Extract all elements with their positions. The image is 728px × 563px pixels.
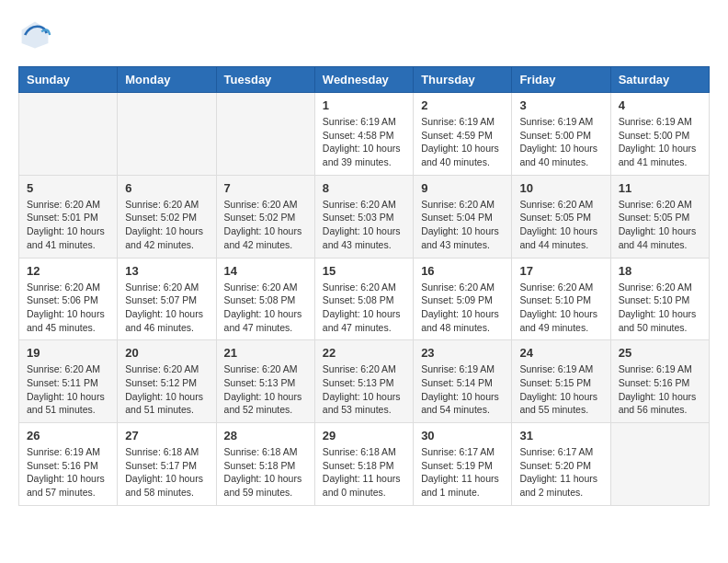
day-number: 14	[224, 264, 307, 278]
day-info: Sunrise: 6:20 AM Sunset: 5:13 PM Dayligh…	[224, 362, 307, 417]
day-info: Sunrise: 6:20 AM Sunset: 5:02 PM Dayligh…	[125, 198, 208, 252]
calendar-cell	[216, 93, 314, 176]
day-info: Sunrise: 6:20 AM Sunset: 5:05 PM Dayligh…	[619, 198, 701, 252]
day-number: 20	[125, 346, 208, 360]
calendar-cell: 30Sunrise: 6:17 AM Sunset: 5:19 PM Dayli…	[414, 423, 512, 506]
day-number: 7	[224, 181, 307, 195]
day-info: Sunrise: 6:19 AM Sunset: 4:59 PM Dayligh…	[421, 115, 504, 169]
day-number: 26	[27, 429, 109, 442]
calendar-week-1: 1Sunrise: 6:19 AM Sunset: 4:58 PM Daylig…	[19, 93, 710, 176]
day-header-tuesday: Tuesday	[216, 67, 314, 93]
day-number: 3	[519, 98, 602, 112]
calendar-cell: 19Sunrise: 6:20 AM Sunset: 5:11 PM Dayli…	[19, 340, 118, 423]
calendar-cell: 1Sunrise: 6:19 AM Sunset: 4:58 PM Daylig…	[314, 93, 413, 176]
calendar-cell: 8Sunrise: 6:20 AM Sunset: 5:03 PM Daylig…	[314, 175, 413, 258]
calendar-cell: 16Sunrise: 6:20 AM Sunset: 5:09 PM Dayli…	[414, 258, 512, 340]
logo	[18, 18, 55, 52]
day-header-friday: Friday	[512, 67, 610, 93]
day-info: Sunrise: 6:18 AM Sunset: 5:18 PM Dayligh…	[224, 445, 307, 500]
day-number: 4	[619, 98, 701, 112]
day-header-thursday: Thursday	[414, 67, 512, 93]
day-number: 1	[323, 98, 405, 112]
calendar-cell: 23Sunrise: 6:19 AM Sunset: 5:14 PM Dayli…	[414, 340, 512, 423]
day-info: Sunrise: 6:20 AM Sunset: 5:10 PM Dayligh…	[619, 281, 701, 335]
day-number: 24	[519, 346, 602, 360]
day-info: Sunrise: 6:20 AM Sunset: 5:07 PM Dayligh…	[125, 281, 208, 335]
day-info: Sunrise: 6:19 AM Sunset: 5:14 PM Dayligh…	[421, 362, 504, 417]
calendar-cell: 18Sunrise: 6:20 AM Sunset: 5:10 PM Dayli…	[610, 258, 709, 340]
calendar-cell: 14Sunrise: 6:20 AM Sunset: 5:08 PM Dayli…	[216, 258, 314, 340]
day-info: Sunrise: 6:20 AM Sunset: 5:02 PM Dayligh…	[224, 198, 307, 252]
day-number: 15	[323, 264, 405, 278]
calendar-week-4: 19Sunrise: 6:20 AM Sunset: 5:11 PM Dayli…	[19, 340, 710, 423]
day-header-monday: Monday	[118, 67, 216, 93]
calendar-cell: 27Sunrise: 6:18 AM Sunset: 5:17 PM Dayli…	[118, 423, 216, 506]
day-number: 17	[519, 264, 602, 278]
day-info: Sunrise: 6:20 AM Sunset: 5:08 PM Dayligh…	[323, 281, 405, 335]
page-header	[18, 18, 710, 52]
day-number: 9	[421, 181, 504, 195]
day-number: 18	[619, 264, 701, 278]
day-header-saturday: Saturday	[610, 67, 709, 93]
calendar-cell	[19, 93, 118, 176]
day-info: Sunrise: 6:20 AM Sunset: 5:01 PM Dayligh…	[27, 198, 109, 252]
day-info: Sunrise: 6:20 AM Sunset: 5:11 PM Dayligh…	[27, 362, 109, 417]
calendar-cell: 25Sunrise: 6:19 AM Sunset: 5:16 PM Dayli…	[610, 340, 709, 423]
calendar-cell: 31Sunrise: 6:17 AM Sunset: 5:20 PM Dayli…	[512, 423, 610, 506]
day-number: 21	[224, 346, 307, 360]
day-info: Sunrise: 6:20 AM Sunset: 5:06 PM Dayligh…	[27, 281, 109, 335]
calendar-cell: 10Sunrise: 6:20 AM Sunset: 5:05 PM Dayli…	[512, 175, 610, 258]
calendar-cell: 24Sunrise: 6:19 AM Sunset: 5:15 PM Dayli…	[512, 340, 610, 423]
calendar-cell	[610, 423, 709, 506]
calendar-table: SundayMondayTuesdayWednesdayThursdayFrid…	[18, 66, 710, 506]
calendar-cell: 26Sunrise: 6:19 AM Sunset: 5:16 PM Dayli…	[19, 423, 118, 506]
day-number: 6	[125, 181, 208, 195]
calendar-cell: 5Sunrise: 6:20 AM Sunset: 5:01 PM Daylig…	[19, 175, 118, 258]
calendar-cell: 11Sunrise: 6:20 AM Sunset: 5:05 PM Dayli…	[610, 175, 709, 258]
day-info: Sunrise: 6:20 AM Sunset: 5:04 PM Dayligh…	[421, 198, 504, 252]
day-number: 10	[519, 181, 602, 195]
day-info: Sunrise: 6:18 AM Sunset: 5:17 PM Dayligh…	[125, 445, 208, 500]
calendar-cell: 9Sunrise: 6:20 AM Sunset: 5:04 PM Daylig…	[414, 175, 512, 258]
day-number: 16	[421, 264, 504, 278]
day-info: Sunrise: 6:17 AM Sunset: 5:19 PM Dayligh…	[421, 445, 504, 500]
calendar-cell: 7Sunrise: 6:20 AM Sunset: 5:02 PM Daylig…	[216, 175, 314, 258]
day-info: Sunrise: 6:20 AM Sunset: 5:13 PM Dayligh…	[323, 362, 405, 417]
calendar-cell: 21Sunrise: 6:20 AM Sunset: 5:13 PM Dayli…	[216, 340, 314, 423]
day-info: Sunrise: 6:20 AM Sunset: 5:03 PM Dayligh…	[323, 198, 405, 252]
day-number: 11	[619, 181, 701, 195]
day-number: 2	[421, 98, 504, 112]
calendar-cell: 4Sunrise: 6:19 AM Sunset: 5:00 PM Daylig…	[610, 93, 709, 176]
day-info: Sunrise: 6:19 AM Sunset: 5:15 PM Dayligh…	[519, 362, 602, 417]
day-header-sunday: Sunday	[19, 67, 118, 93]
day-number: 22	[323, 346, 405, 360]
calendar-header-row: SundayMondayTuesdayWednesdayThursdayFrid…	[19, 67, 710, 93]
day-info: Sunrise: 6:19 AM Sunset: 5:00 PM Dayligh…	[519, 115, 602, 169]
calendar-cell: 29Sunrise: 6:18 AM Sunset: 5:18 PM Dayli…	[314, 423, 413, 506]
calendar-week-3: 12Sunrise: 6:20 AM Sunset: 5:06 PM Dayli…	[19, 258, 710, 340]
calendar-cell	[118, 93, 216, 176]
day-number: 29	[323, 429, 405, 442]
day-info: Sunrise: 6:19 AM Sunset: 5:16 PM Dayligh…	[619, 362, 701, 417]
day-info: Sunrise: 6:20 AM Sunset: 5:09 PM Dayligh…	[421, 281, 504, 335]
day-info: Sunrise: 6:20 AM Sunset: 5:08 PM Dayligh…	[224, 281, 307, 335]
calendar-cell: 12Sunrise: 6:20 AM Sunset: 5:06 PM Dayli…	[19, 258, 118, 340]
day-info: Sunrise: 6:18 AM Sunset: 5:18 PM Dayligh…	[323, 445, 405, 500]
calendar-week-5: 26Sunrise: 6:19 AM Sunset: 5:16 PM Dayli…	[19, 423, 710, 506]
day-number: 5	[27, 181, 109, 195]
calendar-cell: 28Sunrise: 6:18 AM Sunset: 5:18 PM Dayli…	[216, 423, 314, 506]
day-number: 28	[224, 429, 307, 442]
calendar-cell: 3Sunrise: 6:19 AM Sunset: 5:00 PM Daylig…	[512, 93, 610, 176]
day-number: 31	[519, 429, 602, 442]
day-number: 12	[27, 264, 109, 278]
day-info: Sunrise: 6:17 AM Sunset: 5:20 PM Dayligh…	[519, 445, 602, 500]
calendar-cell: 2Sunrise: 6:19 AM Sunset: 4:59 PM Daylig…	[414, 93, 512, 176]
calendar-cell: 6Sunrise: 6:20 AM Sunset: 5:02 PM Daylig…	[118, 175, 216, 258]
day-info: Sunrise: 6:19 AM Sunset: 4:58 PM Dayligh…	[323, 115, 405, 169]
logo-icon	[18, 18, 51, 52]
day-number: 19	[27, 346, 109, 360]
day-number: 8	[323, 181, 405, 195]
day-number: 25	[619, 346, 701, 360]
day-info: Sunrise: 6:20 AM Sunset: 5:10 PM Dayligh…	[519, 281, 602, 335]
day-info: Sunrise: 6:19 AM Sunset: 5:16 PM Dayligh…	[27, 445, 109, 500]
